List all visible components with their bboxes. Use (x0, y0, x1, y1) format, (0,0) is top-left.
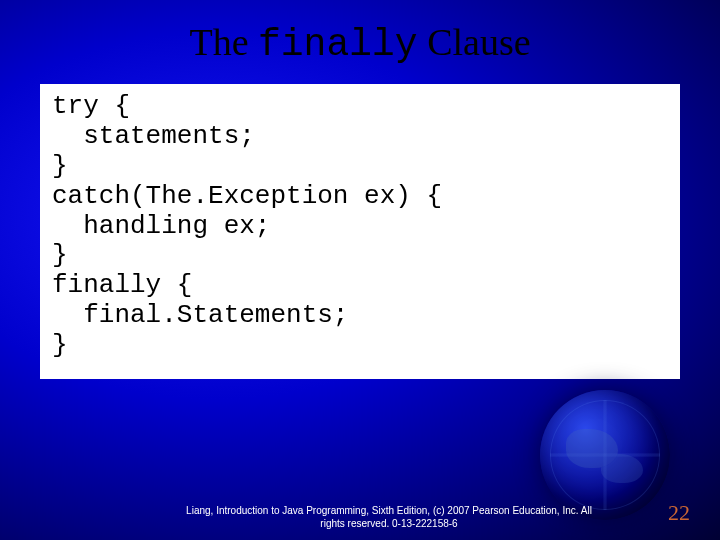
copyright-text: Liang, Introduction to Java Programming,… (120, 504, 658, 530)
footer: Liang, Introduction to Java Programming,… (0, 500, 720, 530)
title-word-finally: finally (258, 23, 418, 66)
title-word-clause: Clause (427, 21, 530, 63)
page-number: 22 (668, 500, 690, 526)
code-block: try { statements; } catch(The.Exception … (40, 84, 680, 379)
footer-line2: rights reserved. 0-13-222158-6 (320, 518, 457, 529)
footer-line1: Liang, Introduction to Java Programming,… (186, 505, 592, 516)
slide-title: The finally Clause (0, 0, 720, 66)
title-word-the: The (189, 21, 248, 63)
